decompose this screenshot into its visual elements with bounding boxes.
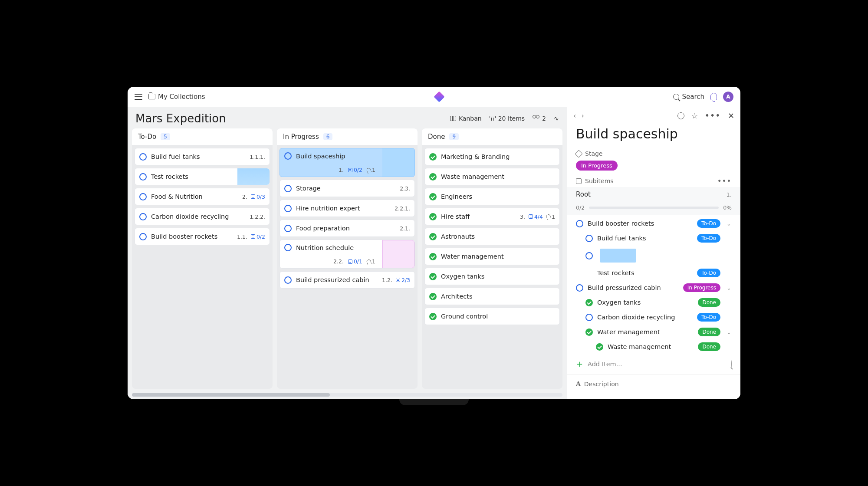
panel-more-icon[interactable]: •••	[705, 112, 721, 120]
chevron-down-icon[interactable]: ⌄	[727, 329, 732, 335]
card[interactable]: Water management	[424, 248, 560, 265]
check-icon[interactable]	[429, 233, 437, 240]
subitem-row[interactable]: Test rockets To-Do	[572, 266, 735, 280]
description-section[interactable]: A Description	[567, 374, 740, 393]
stage-pill[interactable]: To-Do	[697, 219, 720, 228]
check-icon[interactable]	[429, 313, 437, 320]
stage-pill[interactable]: Done	[698, 328, 720, 336]
subtasks-icon	[348, 168, 352, 172]
status-circle-icon[interactable]	[284, 276, 292, 284]
status-circle-icon[interactable]	[284, 185, 292, 192]
card[interactable]: Build booster rockets 1.1. 0/2	[135, 228, 270, 245]
card[interactable]: Hire staff 3. 4/4 1	[424, 208, 560, 225]
status-circle-icon[interactable]	[576, 220, 583, 227]
subitem-row[interactable]: Carbon dioxide recycling To-Do	[572, 310, 735, 325]
check-icon[interactable]	[429, 273, 437, 280]
column-header[interactable]: To-Do5	[132, 128, 273, 145]
check-icon[interactable]	[429, 193, 437, 200]
status-circle-icon[interactable]	[139, 233, 147, 240]
avatar[interactable]: A	[723, 92, 733, 102]
root-row[interactable]: Root 1.	[567, 187, 740, 202]
search-icon	[673, 94, 679, 100]
check-icon[interactable]	[429, 153, 437, 161]
filter-icon	[490, 116, 496, 121]
add-item[interactable]: + Add Item...	[567, 355, 740, 373]
card[interactable]: Architects	[424, 288, 560, 305]
check-icon[interactable]	[429, 253, 437, 260]
status-circle-icon[interactable]	[576, 284, 583, 292]
status-circle-icon[interactable]	[284, 205, 292, 212]
card[interactable]: Hire nutrition expert 2.2.1.	[279, 200, 415, 217]
status-circle-icon[interactable]	[139, 173, 147, 181]
card[interactable]: Waste management	[424, 168, 560, 185]
stage-pill[interactable]: To-Do	[697, 234, 720, 243]
subitem-row[interactable]: Waste management Done	[572, 339, 735, 354]
card[interactable]: Carbon dioxide recycling 1.2.2.	[135, 208, 270, 225]
people-filter[interactable]: 2	[533, 115, 546, 122]
favorite-icon[interactable]: ☆	[691, 112, 698, 120]
stage-pill[interactable]: In Progress	[683, 283, 720, 292]
breadcrumb[interactable]: My Collections	[148, 93, 205, 101]
menu-button[interactable]	[135, 94, 142, 100]
check-icon[interactable]	[429, 213, 437, 220]
status-circle-icon[interactable]	[139, 193, 147, 200]
card[interactable]: Astronauts	[424, 228, 560, 245]
subitem-row[interactable]: Water management Done ⌄	[572, 325, 735, 339]
stage-pill[interactable]: Done	[698, 342, 720, 351]
panel-close-icon[interactable]: ✕	[728, 111, 734, 120]
filter-items[interactable]: 20 Items	[490, 115, 525, 122]
check-icon[interactable]	[585, 328, 593, 336]
status-circle-icon[interactable]	[284, 244, 292, 251]
subitem-row[interactable]	[572, 246, 735, 266]
status-circle-icon[interactable]	[139, 153, 147, 161]
subtasks-icon	[348, 259, 352, 264]
status-circle-icon[interactable]	[585, 314, 593, 321]
column-count: 6	[323, 133, 333, 140]
view-switch[interactable]: Kanban	[450, 115, 482, 122]
horizontal-scrollbar[interactable]	[132, 393, 562, 397]
breadcrumb-label: My Collections	[158, 93, 205, 101]
card[interactable]: Build fuel tanks 1.1.1.	[135, 148, 270, 165]
subitem-row[interactable]: Oxygen tanks Done	[572, 295, 735, 310]
status-circle-icon[interactable]	[284, 225, 292, 232]
column-header[interactable]: Done9	[422, 128, 562, 145]
card[interactable]: Marketing & Branding	[424, 148, 560, 165]
card[interactable]: Build pressurized cabin 1.2. 2/3	[279, 271, 415, 289]
panel-forward[interactable]: ›	[581, 112, 584, 120]
check-icon[interactable]	[429, 173, 437, 181]
subitem-search-icon[interactable]	[731, 361, 732, 368]
card[interactable]: Food preparation 2.1.	[279, 220, 415, 237]
stage-pill[interactable]: To-Do	[697, 269, 720, 277]
status-circle-icon[interactable]	[585, 235, 593, 242]
subitems-more-icon[interactable]: •••	[717, 177, 732, 184]
card[interactable]: Ground control	[424, 308, 560, 325]
check-icon[interactable]	[585, 299, 593, 306]
stage-pill[interactable]: To-Do	[697, 313, 720, 322]
card[interactable]: Nutrition schedule 2.2. 0/1 1	[279, 240, 415, 269]
stage-pill[interactable]: In Progress	[576, 161, 618, 171]
check-icon[interactable]	[429, 293, 437, 300]
status-circle-icon[interactable]	[677, 112, 684, 119]
activity-icon[interactable]: ∿	[554, 115, 559, 122]
status-circle-icon[interactable]	[284, 152, 292, 160]
card[interactable]: Oxygen tanks	[424, 268, 560, 285]
attachment-icon	[366, 259, 372, 265]
subitem-row[interactable]: Build booster rockets To-Do ⌄	[572, 216, 735, 231]
panel-back[interactable]: ‹	[573, 112, 576, 120]
card[interactable]: Storage 2.3.	[279, 180, 415, 197]
search-button[interactable]: Search	[673, 93, 704, 101]
subitem-row[interactable]: Build pressurized cabin In Progress ⌄	[572, 280, 735, 295]
status-circle-icon[interactable]	[139, 213, 147, 220]
column-header[interactable]: In Progress6	[277, 128, 418, 145]
notifications-icon[interactable]	[710, 93, 717, 100]
stage-pill[interactable]: Done	[698, 298, 720, 307]
chevron-down-icon[interactable]: ⌄	[727, 220, 732, 227]
check-icon[interactable]	[596, 343, 603, 351]
chevron-down-icon[interactable]: ⌄	[727, 285, 732, 291]
card[interactable]: Test rockets 1.1.2. 1	[135, 168, 270, 185]
card[interactable]: Engineers	[424, 188, 560, 205]
status-circle-icon[interactable]	[585, 252, 593, 259]
card[interactable]: Build spaceship 1. 0/2 1	[279, 148, 415, 177]
card[interactable]: Food & Nutrition 2. 0/3	[135, 188, 270, 205]
subitem-row[interactable]: Build fuel tanks To-Do	[572, 231, 735, 246]
